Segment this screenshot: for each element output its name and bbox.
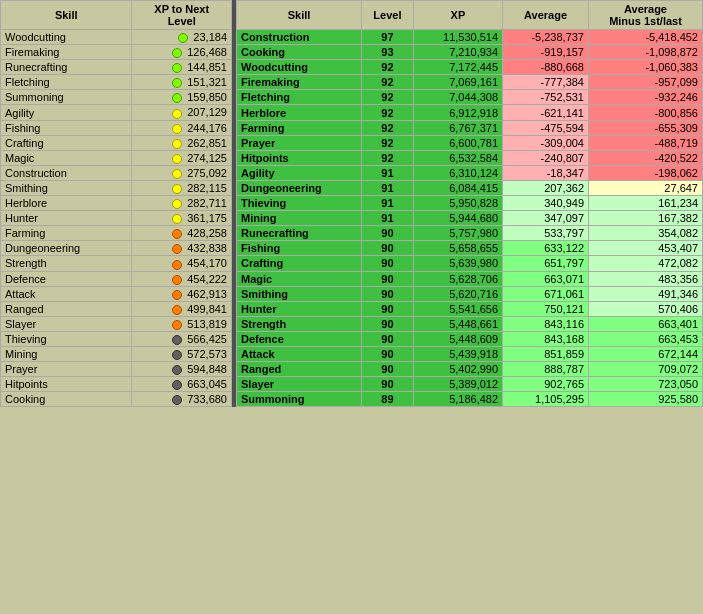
right-avg2-value: 663,453 xyxy=(589,331,703,346)
right-level-value: 92 xyxy=(362,75,414,90)
left-table-row: Crafting 262,851 xyxy=(1,135,232,150)
right-avg2-value: -800,856 xyxy=(589,105,703,120)
left-skill-name: Hitpoints xyxy=(1,377,132,392)
left-table-row: Magic 274,125 xyxy=(1,150,232,165)
skill-dot-icon xyxy=(172,124,182,134)
skill-dot-icon xyxy=(172,154,182,164)
left-table-row: Prayer 594,848 xyxy=(1,362,232,377)
left-xp-value: 144,851 xyxy=(132,60,232,75)
left-table-row: Construction 275,092 xyxy=(1,165,232,180)
right-table-row: Firemaking927,069,161-777,384-957,099 xyxy=(237,75,703,90)
right-xp-value: 6,084,415 xyxy=(413,180,502,195)
right-skill-name: Farming xyxy=(237,120,362,135)
right-table-row: Agility916,310,124-18,347-198,062 xyxy=(237,165,703,180)
left-xp-value: 428,258 xyxy=(132,226,232,241)
right-avg2-value: 27,647 xyxy=(589,180,703,195)
left-xp-value: 262,851 xyxy=(132,135,232,150)
right-level-value: 93 xyxy=(362,45,414,60)
right-skill-name: Fishing xyxy=(237,241,362,256)
right-avg2-value: 723,050 xyxy=(589,377,703,392)
right-avg-value: 533,797 xyxy=(503,226,589,241)
right-avg-value: 851,859 xyxy=(503,346,589,361)
left-skill-name: Strength xyxy=(1,256,132,271)
right-table-row: Fishing905,658,655633,122453,407 xyxy=(237,241,703,256)
left-table-row: Smithing 282,115 xyxy=(1,180,232,195)
right-table-row: Smithing905,620,716671,061491,346 xyxy=(237,286,703,301)
left-skill-name: Ranged xyxy=(1,301,132,316)
left-xp-value: 462,913 xyxy=(132,286,232,301)
right-level-value: 97 xyxy=(362,30,414,45)
left-skill-name: Thieving xyxy=(1,331,132,346)
right-avg2-value: 161,234 xyxy=(589,196,703,211)
right-xp-value: 5,448,609 xyxy=(413,331,502,346)
left-xp-value: 566,425 xyxy=(132,331,232,346)
left-table-row: Farming 428,258 xyxy=(1,226,232,241)
right-xp-value: 6,532,584 xyxy=(413,150,502,165)
right-xp-value: 11,530,514 xyxy=(413,30,502,45)
left-xp-value: 572,573 xyxy=(132,346,232,361)
right-avg2-value: -1,060,383 xyxy=(589,60,703,75)
right-level-value: 90 xyxy=(362,377,414,392)
right-skill-name: Strength xyxy=(237,316,362,331)
right-avg2-value: -957,099 xyxy=(589,75,703,90)
left-header-skill: Skill xyxy=(1,1,132,30)
right-avg2-value: -488,719 xyxy=(589,135,703,150)
left-skill-name: Prayer xyxy=(1,362,132,377)
right-table-row: Strength905,448,661843,116663,401 xyxy=(237,316,703,331)
left-table-row: Woodcutting 23,184 xyxy=(1,30,232,45)
left-skill-name: Construction xyxy=(1,165,132,180)
right-avg2-value: 472,082 xyxy=(589,256,703,271)
right-skill-name: Summoning xyxy=(237,392,362,407)
right-skill-name: Attack xyxy=(237,346,362,361)
right-table-row: Mining915,944,680347,097167,382 xyxy=(237,211,703,226)
right-xp-value: 5,628,706 xyxy=(413,271,502,286)
right-avg-value: 671,061 xyxy=(503,286,589,301)
left-xp-value: 151,321 xyxy=(132,75,232,90)
left-table-row: Hitpoints 663,045 xyxy=(1,377,232,392)
left-table-row: Ranged 499,841 xyxy=(1,301,232,316)
right-avg2-value: 491,346 xyxy=(589,286,703,301)
skill-dot-icon xyxy=(172,350,182,360)
right-avg2-value: -932,246 xyxy=(589,90,703,105)
left-header-xp: XP to NextLevel xyxy=(132,1,232,30)
left-skill-name: Cooking xyxy=(1,392,132,407)
right-skill-name: Ranged xyxy=(237,362,362,377)
right-table-row: Crafting905,639,980651,797472,082 xyxy=(237,256,703,271)
right-skill-name: Mining xyxy=(237,211,362,226)
left-table-row: Defence 454,222 xyxy=(1,271,232,286)
skill-dot-icon xyxy=(172,380,182,390)
left-table-row: Hunter 361,175 xyxy=(1,211,232,226)
main-container: Skill XP to NextLevel Woodcutting 23,184… xyxy=(0,0,703,407)
right-avg2-value: -198,062 xyxy=(589,165,703,180)
right-avg2-value: 570,406 xyxy=(589,301,703,316)
right-level-value: 90 xyxy=(362,256,414,271)
skill-dot-icon xyxy=(172,305,182,315)
right-avg2-value: 354,082 xyxy=(589,226,703,241)
right-xp-value: 6,767,371 xyxy=(413,120,502,135)
left-xp-value: 733,680 xyxy=(132,392,232,407)
right-skill-name: Magic xyxy=(237,271,362,286)
right-xp-value: 5,186,482 xyxy=(413,392,502,407)
right-xp-value: 6,912,918 xyxy=(413,105,502,120)
left-skill-name: Smithing xyxy=(1,180,132,195)
right-avg-value: 750,121 xyxy=(503,301,589,316)
right-xp-value: 6,310,124 xyxy=(413,165,502,180)
right-skill-name: Herblore xyxy=(237,105,362,120)
right-xp-value: 5,448,661 xyxy=(413,316,502,331)
right-avg2-value: -1,098,872 xyxy=(589,45,703,60)
left-xp-value: 513,819 xyxy=(132,316,232,331)
right-table-row: Thieving915,950,828340,949161,234 xyxy=(237,196,703,211)
right-skill-name: Agility xyxy=(237,165,362,180)
right-level-value: 91 xyxy=(362,180,414,195)
left-skill-name: Dungeoneering xyxy=(1,241,132,256)
right-level-value: 90 xyxy=(362,301,414,316)
left-xp-value: 282,711 xyxy=(132,196,232,211)
right-table-row: Slayer905,389,012902,765723,050 xyxy=(237,377,703,392)
left-xp-value: 594,848 xyxy=(132,362,232,377)
right-avg-value: -777,384 xyxy=(503,75,589,90)
right-level-value: 91 xyxy=(362,196,414,211)
right-skill-name: Dungeoneering xyxy=(237,180,362,195)
right-xp-value: 5,541,656 xyxy=(413,301,502,316)
skill-dot-icon xyxy=(172,48,182,58)
left-table-row: Summoning 159,850 xyxy=(1,90,232,105)
